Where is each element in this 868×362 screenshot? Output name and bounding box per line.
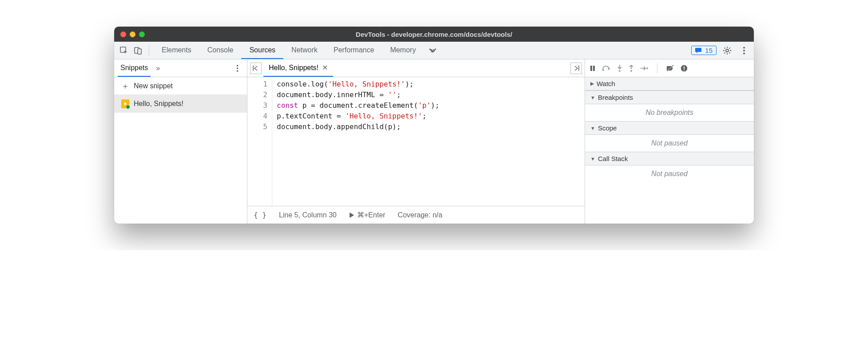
debug-section-body: Not paused (585, 165, 754, 182)
navigator-tab-snippets[interactable]: Snippets (118, 59, 151, 77)
snippet-item[interactable]: Hello, Snippets! (114, 95, 247, 113)
svg-point-12 (602, 69, 604, 71)
pretty-print-icon[interactable]: { } (254, 211, 267, 219)
line-gutter: 12345 (247, 79, 272, 206)
traffic-lights (120, 31, 145, 37)
panel-tab-memory[interactable]: Memory (382, 42, 424, 59)
inspect-element-icon[interactable] (118, 44, 130, 57)
step-icon[interactable] (640, 66, 648, 71)
svg-point-8 (236, 67, 238, 69)
svg-rect-19 (684, 67, 685, 69)
run-snippet-button[interactable]: ⌘+Enter (349, 211, 386, 219)
devtools-window: DevTools - developer.chrome.com/docs/dev… (114, 27, 754, 224)
snippet-item-label: Hello, Snippets! (134, 100, 183, 108)
play-icon (349, 212, 354, 218)
main-toolbar: ElementsConsoleSourcesNetworkPerformance… (114, 42, 754, 59)
debug-section-body: Not paused (585, 135, 754, 152)
run-shortcut: ⌘+Enter (357, 211, 386, 219)
editor-nav-next-icon[interactable] (570, 63, 582, 74)
navigator-more-icon[interactable]: » (156, 64, 160, 72)
triangle-right-icon: ▶ (590, 81, 594, 87)
more-tabs-icon[interactable]: » (426, 44, 438, 57)
svg-point-14 (630, 70, 632, 72)
debug-section-label: Breakpoints (598, 94, 633, 101)
debugger-toolbar (585, 59, 754, 77)
triangle-down-icon: ▼ (590, 156, 595, 161)
window-title: DevTools - developer.chrome.com/docs/dev… (114, 31, 754, 38)
svg-point-6 (743, 52, 745, 54)
svg-point-7 (236, 65, 238, 67)
snippet-file-icon (121, 99, 129, 108)
cursor-position: Line 5, Column 30 (279, 211, 337, 219)
svg-rect-2 (138, 49, 141, 54)
svg-point-4 (743, 47, 745, 48)
code-content: console.log('Hello, Snippets!');document… (272, 79, 439, 206)
panel-tabs: ElementsConsoleSourcesNetworkPerformance… (154, 42, 424, 59)
kebab-menu-icon[interactable] (738, 44, 750, 57)
debug-section-body: No breakpoints (585, 104, 754, 121)
editor-tabstrip: Hello, Snippets! ✕ (247, 59, 585, 77)
code-editor[interactable]: 12345 console.log('Hello, Snippets!');do… (247, 77, 585, 206)
panel-tab-performance[interactable]: Performance (326, 42, 382, 59)
debug-section-breakpoints[interactable]: ▼Breakpoints (585, 90, 754, 104)
coverage-status: Coverage: n/a (398, 211, 442, 219)
issues-icon (695, 47, 702, 54)
new-snippet-label: New snippet (134, 82, 173, 90)
window-minimize-button[interactable] (130, 31, 135, 37)
titlebar: DevTools - developer.chrome.com/docs/dev… (114, 27, 754, 42)
svg-point-13 (619, 70, 621, 72)
debugger-pane: ▶Watch▼BreakpointsNo breakpoints▼ScopeNo… (585, 59, 754, 224)
pause-on-exceptions-icon[interactable] (681, 65, 688, 72)
debug-section-label: Watch (597, 80, 615, 87)
pause-icon[interactable] (589, 65, 596, 71)
navigator-kebab-icon[interactable] (231, 62, 243, 75)
svg-point-15 (646, 67, 648, 69)
device-toolbar-icon[interactable] (132, 44, 144, 57)
navigator-tabs: Snippets » (114, 59, 247, 77)
editor-pane: Hello, Snippets! ✕ 12345 console.log('He… (247, 59, 585, 224)
svg-rect-10 (590, 66, 592, 71)
debug-divider (657, 63, 657, 73)
panel-tab-sources[interactable]: Sources (241, 42, 283, 59)
new-snippet-button[interactable]: ＋ New snippet (114, 77, 247, 95)
editor-tab[interactable]: Hello, Snippets! ✕ (263, 59, 333, 77)
step-into-icon[interactable] (617, 65, 622, 72)
panel-tab-network[interactable]: Network (283, 42, 326, 59)
issues-badge[interactable]: 15 (691, 46, 717, 55)
triangle-down-icon: ▼ (590, 126, 595, 131)
panel-tab-elements[interactable]: Elements (154, 42, 199, 59)
svg-rect-20 (684, 69, 685, 70)
debug-section-watch[interactable]: ▶Watch (585, 77, 754, 90)
editor-statusbar: { } Line 5, Column 30 ⌘+Enter Coverage: … (247, 206, 585, 224)
debug-section-call-stack[interactable]: ▼Call Stack (585, 152, 754, 165)
debug-section-label: Scope (598, 124, 617, 132)
debug-section-scope[interactable]: ▼Scope (585, 121, 754, 135)
window-close-button[interactable] (120, 31, 126, 37)
window-zoom-button[interactable] (139, 31, 145, 37)
settings-icon[interactable] (721, 44, 733, 57)
svg-point-9 (236, 70, 238, 72)
plus-icon: ＋ (121, 81, 129, 91)
content-area: Snippets » ＋ New snippet Hello, Snippets… (114, 59, 754, 224)
step-out-icon[interactable] (629, 65, 634, 72)
issues-count: 15 (705, 47, 713, 54)
debug-section-label: Call Stack (598, 155, 628, 162)
editor-nav-prev-icon[interactable] (250, 63, 262, 74)
triangle-down-icon: ▼ (590, 95, 595, 100)
editor-tab-title: Hello, Snippets! (269, 64, 319, 72)
toolbar-divider (149, 46, 149, 55)
panel-tab-console[interactable]: Console (199, 42, 242, 59)
svg-point-5 (743, 50, 745, 51)
deactivate-breakpoints-icon[interactable] (666, 65, 674, 72)
step-over-icon[interactable] (602, 65, 611, 71)
svg-point-3 (726, 49, 729, 52)
navigator-sidebar: Snippets » ＋ New snippet Hello, Snippets… (114, 59, 247, 224)
editor-tab-close-icon[interactable]: ✕ (322, 63, 328, 72)
svg-rect-11 (593, 66, 595, 71)
